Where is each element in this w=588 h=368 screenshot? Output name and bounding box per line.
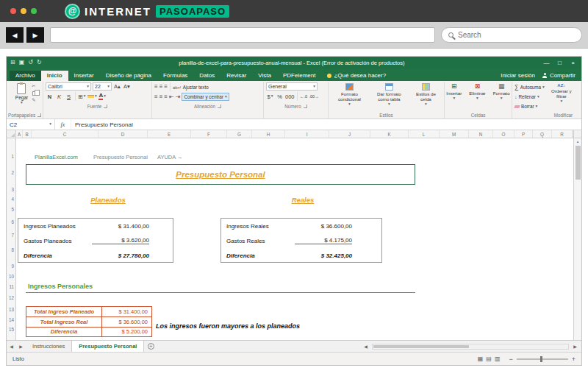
tab-archivo[interactable]: Archivo (10, 71, 41, 81)
tell-me-box[interactable]: ¿Qué desea hacer? (327, 72, 386, 81)
tab-inicio[interactable]: Inicio (41, 71, 68, 81)
close-icon[interactable]: × (568, 60, 578, 66)
column-header-r[interactable]: R (552, 130, 573, 138)
select-all-button[interactable] (7, 130, 16, 138)
sheet-scroll-right-icon[interactable]: ▶ (16, 341, 26, 352)
font-name-select[interactable]: Calibri▾ (46, 82, 91, 91)
column-header-f[interactable]: F (191, 130, 227, 138)
link-planillaexcel[interactable]: PlanillaExcel.com (35, 154, 78, 160)
zoom-in-icon[interactable]: + (572, 355, 576, 363)
fill-color-button[interactable]: ▾ (87, 93, 97, 101)
planned-diferencia-label[interactable]: Diferencia (18, 252, 92, 259)
back-button[interactable]: ◀ (6, 27, 24, 43)
actual-gastos-value[interactable]: $ 4.175,00 (295, 237, 352, 244)
font-dialog-launcher-icon[interactable] (104, 105, 107, 108)
maximize-icon[interactable]: □ (555, 60, 564, 66)
share-button[interactable]: Compartir (542, 72, 576, 79)
add-sheet-button[interactable]: + (144, 341, 157, 352)
thousands-button[interactable]: 000 (285, 93, 295, 101)
italic-button[interactable]: K (55, 93, 63, 101)
increase-font-icon[interactable]: A▴ (113, 82, 121, 91)
underline-button[interactable]: S (65, 93, 73, 101)
borders-button[interactable]: ⊞▾ (78, 93, 86, 101)
font-size-select[interactable]: 22▾ (93, 82, 112, 91)
row-header-4[interactable]: 4 (11, 197, 14, 202)
column-header-o[interactable]: O (493, 130, 514, 138)
decrease-indent-icon[interactable]: ⇤ (169, 94, 174, 100)
income-note-cell[interactable]: Los ingresos fueron mayores a los planea… (156, 322, 300, 330)
autosum-button[interactable]: ∑Autosuma▾ (514, 83, 545, 91)
delete-cells-button[interactable]: ⊠ Eliminar ▾ (466, 82, 488, 111)
sheet-tab-instrucciones[interactable]: Instrucciones (26, 341, 72, 352)
summary-real-value[interactable]: $ 36.600,00 (102, 317, 151, 326)
row-header-10[interactable]: 10 (9, 274, 14, 279)
increase-indent-icon[interactable]: ⇥ (176, 94, 181, 100)
align-middle-icon[interactable]: ≡ (159, 84, 163, 90)
summary-planned-value[interactable]: $ 31.400,00 (102, 307, 151, 316)
clear-button[interactable]: Borrar▾ (514, 102, 545, 110)
column-header-i[interactable]: I (285, 130, 329, 138)
column-header-a[interactable]: A (16, 130, 23, 138)
minimize-icon[interactable]: — (542, 60, 551, 66)
formula-input[interactable]: Presupuesto Personal (71, 119, 581, 130)
window-close-dot[interactable] (10, 8, 16, 14)
tab-pdfelement[interactable]: PDFelement (277, 71, 321, 81)
planned-gastos-value[interactable]: $ 3.620,00 (92, 237, 149, 244)
column-header-p[interactable]: P (514, 130, 533, 138)
tab-insertar[interactable]: Insertar (68, 71, 100, 81)
summary-diferencia-value[interactable]: $ 5.200,00 (102, 328, 151, 336)
zoom-slider-thumb[interactable] (540, 356, 542, 362)
page-layout-view-icon[interactable]: ▤ (486, 355, 492, 362)
copy-icon[interactable] (32, 91, 36, 96)
search-input[interactable] (458, 31, 575, 39)
planned-diferencia-value[interactable]: $ 27.780,00 (92, 252, 149, 259)
find-select-button[interactable]: Buscar y seleccionar ▾ (578, 82, 581, 111)
wrap-text-button[interactable]: Ajustar texto (183, 85, 209, 90)
vertical-scroll-thumb[interactable] (576, 146, 581, 180)
hscroll-right-icon[interactable]: ▶ (570, 344, 580, 349)
planned-gastos-label[interactable]: Gastos Planeados (18, 238, 92, 244)
format-cells-button[interactable]: ▦ Formato ▾ (490, 82, 513, 111)
hscroll-left-icon[interactable]: ◀ (361, 344, 370, 349)
column-header-c[interactable]: C (32, 130, 98, 138)
number-dialog-launcher-icon[interactable] (304, 105, 307, 108)
insert-cells-button[interactable]: ⊞ Insertar ▾ (443, 82, 465, 111)
merge-center-button[interactable]: Combinar y centrar ▾ (182, 93, 229, 101)
row-header-9[interactable]: 9 (11, 263, 14, 269)
window-minimize-dot[interactable] (21, 8, 26, 14)
decrease-decimal-icon[interactable]: .00→ (309, 93, 319, 101)
undo-icon[interactable]: ↺ (28, 60, 33, 66)
page-break-view-icon[interactable]: ▥ (495, 355, 501, 362)
sheet-title-cell[interactable]: Presupuesto Personal (26, 164, 415, 185)
sign-in-button[interactable]: Iniciar sesión (501, 72, 535, 79)
planned-header-cell[interactable]: Planeados (60, 196, 156, 204)
tab-formulas[interactable]: Fórmulas (157, 71, 193, 81)
tab-diseno-de-pagina[interactable]: Diseño de página (100, 71, 157, 81)
percent-button[interactable]: % (276, 93, 284, 101)
conditional-formatting-button[interactable]: Formato condicional ▾ (331, 82, 368, 111)
sheet-scroll-left-icon[interactable]: ◀ (7, 341, 16, 352)
cut-icon[interactable]: ✂ (32, 84, 36, 89)
column-header-j[interactable]: J (329, 130, 370, 138)
planned-ingresos-value[interactable]: $ 31.400,00 (92, 223, 149, 230)
tab-vista[interactable]: Vista (252, 71, 277, 81)
horizontal-scroll-track[interactable] (372, 344, 569, 350)
align-right-icon[interactable]: ≡ (164, 94, 168, 100)
column-header-e[interactable]: E (148, 130, 191, 138)
summary-diferencia-label[interactable]: Diferencia (26, 328, 102, 336)
summary-real-label[interactable]: Total Ingreso Real (26, 317, 102, 326)
alignment-dialog-launcher-icon[interactable] (218, 105, 221, 108)
row-header-6[interactable]: 6 (11, 219, 14, 224)
increase-decimal-icon[interactable]: ←.0 (300, 93, 308, 101)
clipboard-dialog-launcher-icon[interactable] (37, 113, 41, 117)
sheet-canvas[interactable]: PlanillaExcel.com Presupuesto Personal A… (16, 138, 573, 340)
format-painter-icon[interactable]: ✎ (32, 98, 36, 103)
row-header-7[interactable]: 7 (11, 233, 14, 238)
address-bar[interactable] (50, 27, 435, 43)
insert-function-button[interactable]: fx (55, 119, 71, 130)
column-header-l[interactable]: L (409, 130, 440, 138)
row-header-13[interactable]: 13 (9, 307, 14, 312)
column-header-k[interactable]: K (370, 130, 409, 138)
column-header-d[interactable]: D (98, 130, 148, 138)
actual-ingresos-label[interactable]: Ingresos Reales (221, 223, 295, 230)
